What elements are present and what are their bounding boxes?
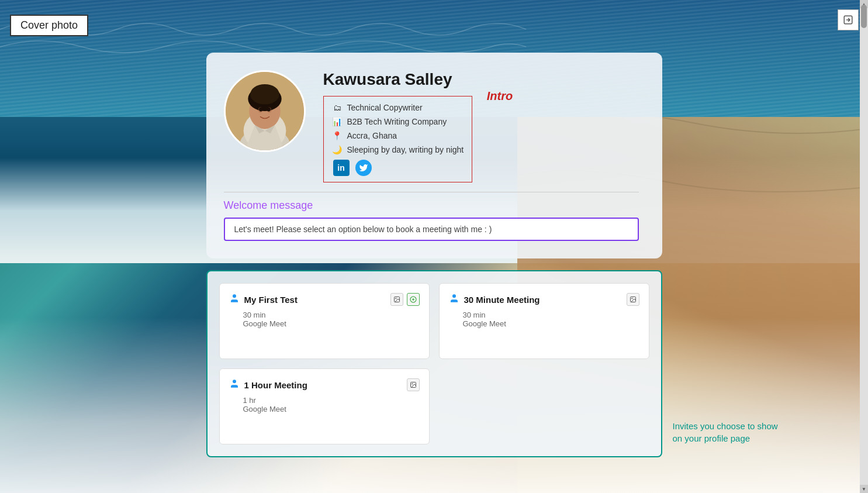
intro-company-text: B2B Tech Writing Company <box>347 117 447 126</box>
linkedin-label: in <box>337 163 344 173</box>
meeting-2-platform: Google Meet <box>463 319 639 328</box>
meeting-1-icons <box>390 293 420 306</box>
meeting-card-3-header: 1 Hour Meeting <box>229 378 420 391</box>
meeting-1-add-btn[interactable] <box>407 293 420 306</box>
scrollbar-thumb[interactable] <box>861 5 867 28</box>
meeting-3-person-icon <box>229 378 240 391</box>
meeting-3-image-btn[interactable] <box>407 378 420 391</box>
meeting-card-2[interactable]: 30 Minute Meeting 30 min <box>439 283 649 359</box>
job-icon: 🗂 <box>332 102 343 113</box>
meeting-3-meta: 1 hr Google Meet <box>229 396 420 413</box>
meeting-1-title-row: My First Test <box>229 293 298 306</box>
intro-job-text: Technical Copywriter <box>347 103 423 112</box>
meeting-1-title: My First Test <box>244 295 298 305</box>
profile-top: Kawusara Salley Intro 🗂 Technical Copywr… <box>224 70 639 182</box>
intro-box: Intro 🗂 Technical Copywriter 📊 B2B Tech … <box>323 96 473 182</box>
meeting-3-icons <box>407 378 420 391</box>
meeting-card-1-header: My First Test <box>229 293 420 306</box>
bio-icon: 🌙 <box>332 144 343 155</box>
intro-bio-text: Sleeping by day, writing by night <box>347 145 464 154</box>
svg-point-18 <box>411 384 413 385</box>
main-content: Kawusara Salley Intro 🗂 Technical Copywr… <box>0 53 868 457</box>
scrollbar[interactable]: ▲ ▼ <box>860 0 868 493</box>
linkedin-button[interactable]: in <box>333 160 350 176</box>
scrollbar-down[interactable]: ▼ <box>860 485 868 493</box>
avatar <box>224 70 306 152</box>
meeting-card-3[interactable]: 1 Hour Meeting 1 hr Go <box>219 368 430 444</box>
svg-point-13 <box>395 298 396 299</box>
intro-label: Intro <box>487 89 513 103</box>
meeting-2-title: 30 Minute Meeting <box>464 295 540 305</box>
meeting-3-platform: Google Meet <box>243 405 420 413</box>
company-icon: 📊 <box>332 116 343 127</box>
meeting-1-person-icon <box>229 293 240 306</box>
intro-location-text: Accra, Ghana <box>347 131 397 140</box>
svg-point-11 <box>267 108 270 112</box>
export-button[interactable] <box>838 9 859 30</box>
welcome-message: Let's meet! Please select an option belo… <box>224 218 639 241</box>
welcome-label: Welcome message <box>224 199 639 212</box>
profile-name: Kawusara Salley <box>323 70 639 89</box>
empty-slot <box>439 368 649 444</box>
invites-note: Invites you choose to show on your profi… <box>673 420 790 444</box>
meeting-1-meta: 30 min Google Meet <box>229 311 420 328</box>
cover-photo-label: Cover photo <box>10 15 88 36</box>
meeting-grid: My First Test <box>219 283 649 444</box>
social-icons: in <box>332 160 464 176</box>
meeting-card-2-header: 30 Minute Meeting <box>449 293 639 306</box>
intro-item-company: 📊 B2B Tech Writing Company <box>332 116 464 127</box>
invites-card: My First Test <box>206 270 662 457</box>
meeting-2-person-icon <box>449 293 459 306</box>
intro-item-location: 📍 Accra, Ghana <box>332 130 464 141</box>
meeting-2-image-btn[interactable] <box>627 293 639 306</box>
profile-card: Kawusara Salley Intro 🗂 Technical Copywr… <box>206 53 662 258</box>
meeting-1-image-btn[interactable] <box>390 293 403 306</box>
meeting-2-title-row: 30 Minute Meeting <box>449 293 540 306</box>
meeting-3-title: 1 Hour Meeting <box>244 380 307 390</box>
meeting-3-duration: 1 hr <box>243 396 420 405</box>
twitter-button[interactable] <box>355 160 372 176</box>
svg-point-10 <box>259 108 262 112</box>
cover-photo-text: Cover photo <box>20 19 78 31</box>
intro-item-bio: 🌙 Sleeping by day, writing by night <box>332 144 464 155</box>
meeting-2-meta: 30 min Google Meet <box>449 311 639 328</box>
meeting-2-icons <box>627 293 639 306</box>
location-icon: 📍 <box>332 130 343 141</box>
meeting-1-platform: Google Meet <box>243 319 420 328</box>
meeting-3-title-row: 1 Hour Meeting <box>229 378 307 391</box>
meeting-1-duration: 30 min <box>243 311 420 319</box>
meeting-2-duration: 30 min <box>463 311 639 319</box>
intro-item-job: 🗂 Technical Copywriter <box>332 102 464 113</box>
svg-point-16 <box>631 298 632 299</box>
meeting-card-1[interactable]: My First Test <box>219 283 430 359</box>
svg-point-7 <box>250 84 279 104</box>
welcome-section: Welcome message Let's meet! Please selec… <box>224 192 639 241</box>
profile-info: Kawusara Salley Intro 🗂 Technical Copywr… <box>323 70 639 182</box>
